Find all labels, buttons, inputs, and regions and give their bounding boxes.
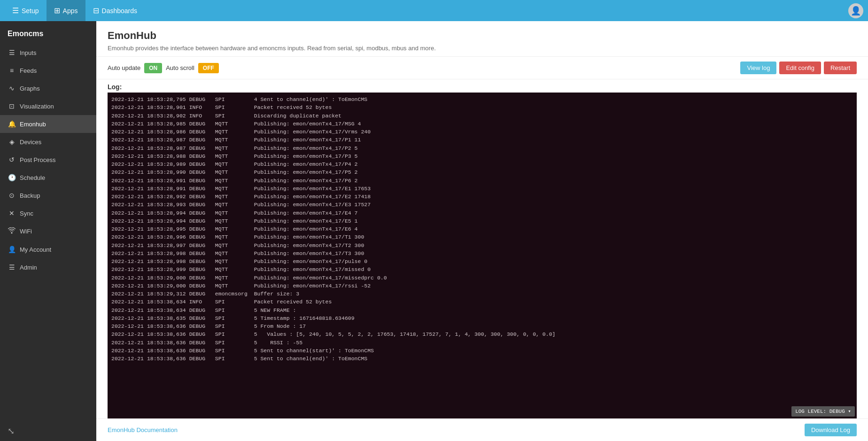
log-line: 2022-12-21 18:53:38,636 DEBUG SPI 5 Sent… <box>111 355 853 363</box>
dashboards-icon: ⊟ <box>93 6 99 15</box>
restart-button[interactable]: Restart <box>824 62 857 74</box>
sidebar-collapse-button[interactable]: ⤡ <box>0 421 96 441</box>
sidebar-item-wifi[interactable]: WiFi <box>0 222 96 240</box>
log-line: 2022-12-21 18:53:28,987 DEBUG MQTT Publi… <box>111 136 853 144</box>
log-line: 2022-12-21 18:53:28,999 DEBUG MQTT Publi… <box>111 265 853 273</box>
log-line: 2022-12-21 18:53:28,901 INFO SPI Packet … <box>111 103 853 111</box>
visualization-icon: ⊡ <box>8 102 16 110</box>
sidebar-item-label: Emonhub <box>20 121 46 128</box>
sidebar-item-post-process[interactable]: ↺ Post Process <box>0 151 96 169</box>
log-line: 2022-12-21 18:53:28,991 DEBUG MQTT Publi… <box>111 177 853 185</box>
inputs-icon: ☰ <box>8 49 16 56</box>
log-output[interactable]: 2022-12-21 18:53:28,795 DEBUG SPI 4 Sent… <box>108 93 857 418</box>
content-header: EmonHub Emonhub provides the interface b… <box>96 21 868 57</box>
sidebar-item-admin[interactable]: ☰ Admin <box>0 258 96 276</box>
log-label: Log: <box>108 83 857 91</box>
setup-nav-item[interactable]: ☰ Setup <box>5 0 46 21</box>
log-line: 2022-12-21 18:53:28,990 DEBUG MQTT Publi… <box>111 168 853 176</box>
sidebar-item-schedule[interactable]: 🕐 Schedule <box>0 169 96 186</box>
setup-label: Setup <box>22 7 39 15</box>
apps-label: Apps <box>63 7 78 15</box>
auto-update-toggle[interactable]: ON <box>144 63 162 73</box>
apps-nav-item[interactable]: ⊞ Apps <box>46 0 85 21</box>
main-content: EmonHub Emonhub provides the interface b… <box>96 21 868 441</box>
page-title: EmonHub <box>108 30 857 42</box>
sidebar-item-sync[interactable]: ✕ Sync <box>0 204 96 222</box>
log-line: 2022-12-21 18:53:38,636 DEBUG SPI 5 RSSI… <box>111 339 853 347</box>
sidebar-item-visualization[interactable]: ⊡ Visualization <box>0 97 96 115</box>
top-navigation: ☰ Setup ⊞ Apps ⊟ Dashboards 👤 <box>0 0 868 21</box>
sidebar-item-label: WiFi <box>20 228 32 235</box>
user-avatar[interactable]: 👤 <box>848 3 863 18</box>
schedule-icon: 🕐 <box>8 174 16 181</box>
log-line: 2022-12-21 18:53:28,991 DEBUG MQTT Publi… <box>111 185 853 193</box>
log-line: 2022-12-21 18:53:28,998 DEBUG MQTT Publi… <box>111 257 853 265</box>
log-line: 2022-12-21 18:53:38,634 DEBUG SPI 5 NEW … <box>111 306 853 314</box>
log-line: 2022-12-21 18:53:28,795 DEBUG SPI 4 Sent… <box>111 95 853 103</box>
log-line: 2022-12-21 18:53:28,996 DEBUG MQTT Publi… <box>111 233 853 241</box>
edit-config-button[interactable]: Edit config <box>779 62 821 74</box>
backup-icon: ⊙ <box>8 192 16 199</box>
sidebar-item-inputs[interactable]: ☰ Inputs <box>0 44 96 62</box>
sidebar-item-feeds[interactable]: ≡ Feeds <box>0 62 96 79</box>
log-section: Log: 2022-12-21 18:53:28,795 DEBUG SPI 4… <box>96 79 868 418</box>
log-line: 2022-12-21 18:53:28,989 DEBUG MQTT Publi… <box>111 160 853 168</box>
log-line: 2022-12-21 18:53:29,312 DEBUG emoncmsorg… <box>111 290 853 298</box>
log-line: 2022-12-21 18:53:28,992 DEBUG MQTT Publi… <box>111 193 853 201</box>
action-buttons: View log Edit config Restart <box>740 62 857 74</box>
emonhub-doc-link[interactable]: EmonHub Documentation <box>108 426 178 433</box>
log-line: 2022-12-21 18:53:28,986 DEBUG MQTT Publi… <box>111 128 853 136</box>
sync-icon: ✕ <box>8 209 16 217</box>
auto-scroll-toggle[interactable]: OFF <box>198 63 219 73</box>
log-line: 2022-12-21 18:53:38,635 DEBUG SPI 5 Time… <box>111 314 853 322</box>
log-line: 2022-12-21 18:53:38,636 DEBUG SPI 5 Valu… <box>111 330 853 338</box>
top-nav-right: 👤 <box>848 3 863 18</box>
sidebar-item-label: Sync <box>20 210 33 217</box>
sidebar-item-emonhub[interactable]: 🔔 Emonhub <box>0 115 96 133</box>
post-process-icon: ↺ <box>8 156 16 163</box>
sidebar-item-label: Graphs <box>20 85 40 92</box>
auto-scroll-label: Auto scroll <box>166 64 194 71</box>
log-line: 2022-12-21 18:53:28,993 DEBUG MQTT Publi… <box>111 201 853 209</box>
graphs-icon: ∿ <box>8 85 16 92</box>
collapse-icon: ⤡ <box>8 426 15 436</box>
download-log-button[interactable]: Download Log <box>805 424 857 436</box>
emonhub-icon: 🔔 <box>8 120 16 128</box>
sidebar-item-label: Devices <box>20 139 41 146</box>
sidebar-item-label: My Account <box>20 246 51 253</box>
wifi-icon <box>8 227 16 235</box>
sidebar-item-backup[interactable]: ⊙ Backup <box>0 186 96 204</box>
main-layout: Emoncms ☰ Inputs ≡ Feeds ∿ Graphs ⊡ Visu… <box>0 21 868 441</box>
log-line: 2022-12-21 18:53:38,636 DEBUG SPI 5 Sent… <box>111 347 853 355</box>
log-line: 2022-12-21 18:53:28,985 DEBUG MQTT Publi… <box>111 120 853 128</box>
dashboards-nav-item[interactable]: ⊟ Dashboards <box>85 0 145 21</box>
log-line: 2022-12-21 18:53:28,987 DEBUG MQTT Publi… <box>111 144 853 152</box>
admin-icon: ☰ <box>8 263 16 271</box>
log-line: 2022-12-21 18:53:28,902 INFO SPI Discard… <box>111 112 853 120</box>
log-line: 2022-12-21 18:53:28,994 DEBUG MQTT Publi… <box>111 209 853 217</box>
log-line: 2022-12-21 18:53:28,998 DEBUG MQTT Publi… <box>111 249 853 257</box>
log-line: 2022-12-21 18:53:28,994 DEBUG MQTT Publi… <box>111 217 853 225</box>
log-line: 2022-12-21 18:53:28,988 DEBUG MQTT Publi… <box>111 152 853 160</box>
content-footer: EmonHub Documentation Download Log <box>96 418 868 441</box>
my-account-icon: 👤 <box>8 246 16 253</box>
sidebar-item-my-account[interactable]: 👤 My Account <box>0 240 96 258</box>
sidebar-item-label: Visualization <box>20 103 54 110</box>
page-description: Emonhub provides the interface between h… <box>108 45 857 52</box>
log-line: 2022-12-21 18:53:28,995 DEBUG MQTT Publi… <box>111 225 853 233</box>
sidebar-item-label: Backup <box>20 192 40 199</box>
log-line: 2022-12-21 18:53:38,634 INFO SPI Packet … <box>111 298 853 306</box>
sidebar-item-label: Feeds <box>20 67 37 74</box>
devices-icon: ◈ <box>8 138 16 146</box>
log-line: 2022-12-21 18:53:28,997 DEBUG MQTT Publi… <box>111 241 853 249</box>
sidebar-item-devices[interactable]: ◈ Devices <box>0 133 96 151</box>
feeds-icon: ≡ <box>8 67 16 74</box>
sidebar-title: Emoncms <box>0 21 96 44</box>
sidebar-item-label: Inputs <box>20 49 36 56</box>
log-level-badge[interactable]: LOG LEVEL: DEBUG ▾ <box>791 406 855 417</box>
view-log-button[interactable]: View log <box>740 62 776 74</box>
log-line: 2022-12-21 18:53:29,000 DEBUG MQTT Publi… <box>111 274 853 282</box>
sidebar-item-label: Schedule <box>20 174 45 181</box>
sidebar-item-graphs[interactable]: ∿ Graphs <box>0 79 96 97</box>
dashboards-label: Dashboards <box>102 7 138 15</box>
